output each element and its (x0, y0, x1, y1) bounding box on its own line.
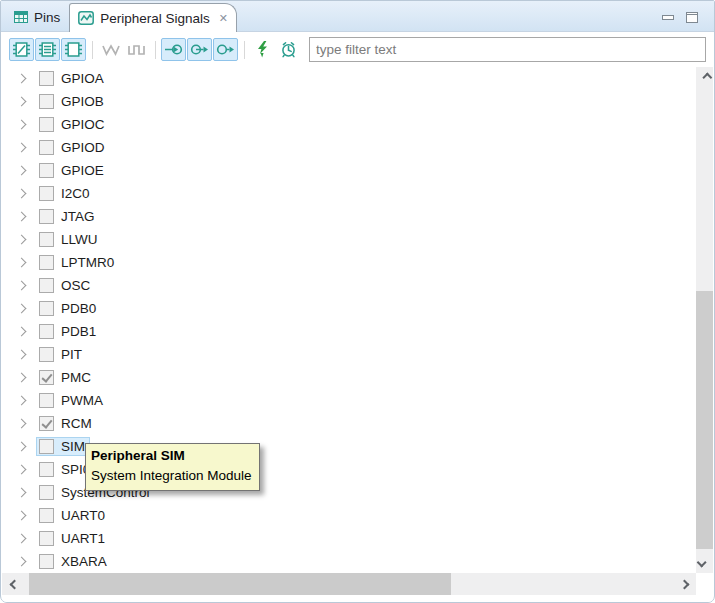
row-select-area[interactable]: GPIOB (36, 92, 109, 111)
tree-row[interactable]: PMC (2, 366, 696, 389)
signal-output-button[interactable] (187, 38, 212, 61)
row-select-area[interactable]: LLWU (36, 230, 103, 249)
expand-chevron-icon[interactable] (17, 534, 27, 544)
checkbox[interactable] (39, 347, 54, 362)
signal-bidirectional-button[interactable] (213, 38, 238, 61)
row-select-area[interactable]: SIM (36, 437, 90, 456)
tree-row[interactable]: GPIOB (2, 90, 696, 113)
checkbox[interactable] (39, 324, 54, 339)
row-select-area[interactable]: XBARA (36, 552, 112, 571)
row-select-area[interactable]: GPIOE (36, 161, 109, 180)
package-outline-button[interactable] (61, 38, 86, 61)
checkbox[interactable] (39, 531, 54, 546)
tree-row[interactable]: PDB0 (2, 297, 696, 320)
tree-row[interactable]: GPIOA (2, 67, 696, 90)
row-select-area[interactable]: PDB1 (36, 322, 101, 341)
tree-row[interactable]: RCM (2, 412, 696, 435)
horizontal-scroll-thumb[interactable] (29, 573, 451, 595)
scroll-down-button[interactable] (696, 554, 713, 571)
checkbox[interactable] (39, 140, 54, 155)
tree-row[interactable]: LPTMR0 (2, 251, 696, 274)
row-select-area[interactable]: GPIOA (36, 69, 109, 88)
row-select-area[interactable]: PIT (36, 345, 87, 364)
checkbox[interactable] (39, 94, 54, 109)
expand-chevron-icon[interactable] (17, 212, 27, 222)
tree-row[interactable]: PIT (2, 343, 696, 366)
checkbox[interactable] (39, 301, 54, 316)
row-select-area[interactable]: PMC (36, 368, 96, 387)
expand-chevron-icon[interactable] (17, 442, 27, 452)
tree-row[interactable]: OSC (2, 274, 696, 297)
tree-row[interactable]: PDB1 (2, 320, 696, 343)
minimize-icon[interactable] (662, 15, 674, 20)
checkbox[interactable] (39, 393, 54, 408)
tree-row[interactable]: JTAG (2, 205, 696, 228)
scroll-left-button[interactable] (4, 573, 21, 595)
expand-chevron-icon[interactable] (17, 281, 27, 291)
tree-row[interactable]: LLWU (2, 228, 696, 251)
checkbox[interactable] (39, 209, 54, 224)
expand-chevron-icon[interactable] (17, 327, 27, 337)
expand-chevron-icon[interactable] (17, 304, 27, 314)
checkbox[interactable] (39, 439, 54, 454)
row-select-area[interactable]: RCM (36, 414, 97, 433)
digital-wave-button[interactable] (124, 38, 149, 61)
filter-input[interactable] (309, 37, 706, 62)
expand-chevron-icon[interactable] (17, 143, 27, 153)
checkbox[interactable] (39, 117, 54, 132)
expand-chevron-icon[interactable] (17, 488, 27, 498)
tree-row[interactable]: XBARA (2, 550, 696, 573)
expand-chevron-icon[interactable] (17, 189, 27, 199)
tab-pins[interactable]: Pins (5, 3, 69, 31)
checkbox[interactable] (39, 416, 54, 431)
row-select-area[interactable]: GPIOC (36, 115, 110, 134)
checkbox[interactable] (39, 186, 54, 201)
row-select-area[interactable]: UART0 (36, 506, 110, 525)
checkbox[interactable] (39, 554, 54, 569)
vertical-scroll-thumb[interactable] (696, 291, 713, 549)
expand-chevron-icon[interactable] (17, 74, 27, 84)
checkbox[interactable] (39, 485, 54, 500)
row-select-area[interactable]: GPIOD (36, 138, 110, 157)
checkbox[interactable] (39, 71, 54, 86)
expand-chevron-icon[interactable] (17, 465, 27, 475)
expand-chevron-icon[interactable] (17, 557, 27, 567)
checkbox[interactable] (39, 462, 54, 477)
tab-peripheral-signals[interactable]: Peripheral Signals ✕ (69, 3, 237, 32)
tree-row[interactable]: UART1 (2, 527, 696, 550)
lightning-button[interactable] (250, 38, 275, 61)
row-select-area[interactable]: I2C0 (36, 184, 95, 203)
scroll-up-button[interactable] (696, 69, 713, 86)
expand-chevron-icon[interactable] (17, 120, 27, 130)
row-select-area[interactable]: LPTMR0 (36, 253, 119, 272)
row-select-area[interactable]: UART1 (36, 529, 110, 548)
analog-wave-button[interactable] (98, 38, 123, 61)
vertical-scrollbar[interactable] (696, 67, 713, 573)
tree-row[interactable]: GPIOD (2, 136, 696, 159)
expand-chevron-icon[interactable] (17, 350, 27, 360)
checkbox[interactable] (39, 255, 54, 270)
row-select-area[interactable]: JTAG (36, 207, 100, 226)
checkbox[interactable] (39, 163, 54, 178)
tree-row[interactable]: PWMA (2, 389, 696, 412)
expand-chevron-icon[interactable] (17, 373, 27, 383)
expand-chevron-icon[interactable] (17, 511, 27, 521)
row-select-area[interactable]: PDB0 (36, 299, 101, 318)
row-select-area[interactable]: OSC (36, 276, 95, 295)
checkbox[interactable] (39, 508, 54, 523)
tree-row[interactable]: GPIOC (2, 113, 696, 136)
expand-chevron-icon[interactable] (17, 97, 27, 107)
signal-input-button[interactable] (161, 38, 186, 61)
checkbox[interactable] (39, 370, 54, 385)
expand-chevron-icon[interactable] (17, 166, 27, 176)
package-rows-button[interactable] (35, 38, 60, 61)
expand-chevron-icon[interactable] (17, 419, 27, 429)
row-select-area[interactable]: PWMA (36, 391, 108, 410)
expand-chevron-icon[interactable] (17, 396, 27, 406)
maximize-icon[interactable] (686, 12, 698, 23)
expand-chevron-icon[interactable] (17, 235, 27, 245)
checkbox[interactable] (39, 232, 54, 247)
package-routed-button[interactable] (9, 38, 34, 61)
scroll-right-button[interactable] (677, 573, 694, 595)
tree-row[interactable]: UART0 (2, 504, 696, 527)
